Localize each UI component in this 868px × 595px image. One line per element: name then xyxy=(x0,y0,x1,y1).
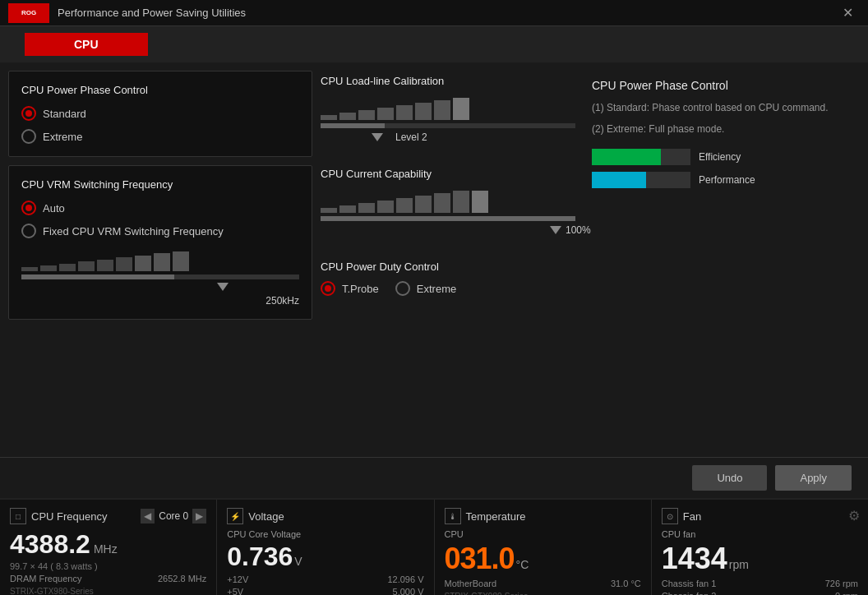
vrm-slider-value: 250kHz xyxy=(21,295,299,307)
v12-value: 12.096 V xyxy=(387,574,423,584)
radio-auto-label: Auto xyxy=(43,202,65,214)
current-cap-title: CPU Current Capability xyxy=(321,168,575,180)
temp-section: 🌡 Temperature CPU 031.0 °C MotherBoard 3… xyxy=(435,500,652,595)
radio-auto-circle xyxy=(21,201,36,215)
radio-standard[interactable]: Standard xyxy=(21,106,299,121)
radio-tprobe[interactable]: T.Probe xyxy=(321,281,379,296)
duty-control-section: CPU Power Duty Control T.Probe Extreme xyxy=(321,261,575,296)
power-phase-box: CPU Power Phase Control Standard Extreme xyxy=(8,71,312,157)
voltage-unit: V xyxy=(294,555,302,568)
power-phase-group: Standard Extreme xyxy=(21,106,299,144)
tick-9 xyxy=(173,251,189,271)
radio-extreme[interactable]: Extreme xyxy=(21,129,299,144)
status-bar: □ CPU Frequency ◀ Core 0 ▶ 4388.2 MHz 99… xyxy=(0,498,868,595)
fan-big-label: CPU fan xyxy=(662,529,858,539)
v12-row: +12V 12.096 V xyxy=(227,574,423,584)
radio-standard-label: Standard xyxy=(43,108,86,120)
vrm-tick-bars xyxy=(21,248,299,271)
legend-performance-fill xyxy=(592,172,646,188)
undo-button[interactable]: Undo xyxy=(692,465,767,491)
temp-big-row: 031.0 °C xyxy=(445,542,641,576)
chassis2-row: Chassis fan 2 0 rpm xyxy=(662,591,858,595)
llc-section: CPU Load-line Calibration Level 2 xyxy=(321,75,575,143)
temp-icon: 🌡 xyxy=(445,508,461,524)
mb-temp-value: 31.0 °C xyxy=(611,579,641,588)
dram-value: 2652.8 MHz xyxy=(158,574,206,583)
fan-unit: rpm xyxy=(729,558,749,571)
vrm-freq-title: CPU VRM Switching Frequency xyxy=(21,178,299,191)
radio-auto[interactable]: Auto xyxy=(21,201,299,215)
llc-slider-track[interactable] xyxy=(321,123,575,128)
current-cap-fill xyxy=(321,216,575,221)
llc-slider-fill xyxy=(321,123,385,128)
power-phase-title: CPU Power Phase Control xyxy=(21,84,299,96)
voltage-title: Voltage xyxy=(248,510,284,523)
action-bar: Undo Apply xyxy=(0,457,868,498)
cpu-freq-unit: MHz xyxy=(94,542,118,556)
radio-tprobe-label: T.Probe xyxy=(342,283,379,295)
tab-bar: CPU xyxy=(0,26,868,62)
voltage-header: ⚡ Voltage xyxy=(227,508,423,524)
close-button[interactable]: ✕ xyxy=(836,5,860,21)
temp-value: 031.0 xyxy=(445,542,515,576)
tick-1 xyxy=(21,267,38,271)
legend-efficiency: Efficiency xyxy=(592,149,852,165)
fan-section: ⊙ Fan CPU fan 1434 rpm Chassis fan 1 726… xyxy=(652,500,868,595)
cpu-freq-sub: 99.7 × 44 ( 8.3 watts ) xyxy=(10,561,206,571)
gear-icon[interactable]: ⚙ xyxy=(848,508,860,524)
v5-value: 5.000 V xyxy=(393,587,424,595)
cpu-freq-header: □ CPU Frequency ◀ Core 0 ▶ xyxy=(10,508,206,524)
cpu-freq-value: 4388.2 xyxy=(10,529,90,560)
legend-efficiency-fill xyxy=(592,149,661,165)
tick-8 xyxy=(154,253,170,271)
v5-row: +5V 5.000 V xyxy=(227,587,423,595)
vrm-slider-track[interactable] xyxy=(21,274,299,279)
gpu-device-label: STRIX-GTX980-Series xyxy=(10,587,206,595)
legend-performance-label: Performance xyxy=(699,174,755,186)
cpu-freq-title: CPU Frequency xyxy=(31,510,107,523)
temp-big-label: CPU xyxy=(445,529,641,539)
radio-duty-extreme-circle xyxy=(395,281,410,296)
tick-6 xyxy=(116,257,132,271)
radio-fixed[interactable]: Fixed CPU VRM Switching Frequency xyxy=(21,224,299,238)
dram-label: DRAM Frequency xyxy=(10,574,81,583)
tick-4 xyxy=(78,261,95,271)
middle-panel: CPU Load-line Calibration Level 2 CPU xyxy=(321,71,575,449)
v12-label: +12V xyxy=(227,574,248,584)
cpu-freq-icon: □ xyxy=(10,508,26,524)
mb-temp-label: MotherBoard xyxy=(445,579,497,588)
radio-extreme-label: Extreme xyxy=(43,131,82,143)
current-cap-track[interactable] xyxy=(321,216,575,221)
temp-header: 🌡 Temperature xyxy=(445,508,641,524)
llc-value: Level 2 xyxy=(395,131,427,143)
legend-performance-bar xyxy=(592,172,690,188)
dram-freq-row: DRAM Frequency 2652.8 MHz xyxy=(10,574,206,583)
voltage-big-row: 0.736 V xyxy=(227,542,423,572)
voltage-big-label: CPU Core Voltage xyxy=(227,529,423,539)
fan-header: ⊙ Fan xyxy=(662,508,858,524)
llc-title: CPU Load-line Calibration xyxy=(321,75,575,87)
chassis1-value: 726 rpm xyxy=(825,579,858,588)
chassis1-label: Chassis fan 1 xyxy=(662,579,717,588)
apply-button[interactable]: Apply xyxy=(775,465,852,491)
llc-tick-bars xyxy=(321,95,575,120)
voltage-value: 0.736 xyxy=(227,542,293,572)
current-cap-section: CPU Current Capability 100% xyxy=(321,168,575,236)
fan-big-row: 1434 rpm xyxy=(662,542,858,576)
fan-icon: ⊙ xyxy=(662,508,678,524)
cpu-freq-prev[interactable]: ◀ xyxy=(141,509,155,524)
current-cap-arrow-row: 100% xyxy=(321,224,575,236)
chassis1-row: Chassis fan 1 726 rpm xyxy=(662,579,858,588)
radio-duty-extreme[interactable]: Extreme xyxy=(395,281,456,296)
voltage-icon: ⚡ xyxy=(227,508,243,524)
cpu-freq-nav: ◀ Core 0 ▶ xyxy=(141,509,206,524)
mb-temp-row: MotherBoard 31.0 °C xyxy=(445,579,641,588)
voltage-section: ⚡ Voltage CPU Core Voltage 0.736 V +12V … xyxy=(217,500,434,595)
main-content: CPU Power Phase Control Standard Extreme… xyxy=(0,62,868,457)
legend-efficiency-label: Efficiency xyxy=(699,151,741,163)
cpu-freq-next[interactable]: ▶ xyxy=(192,509,206,524)
tab-cpu[interactable]: CPU xyxy=(25,33,148,56)
tick-7 xyxy=(135,256,151,271)
current-cap-thumb xyxy=(550,226,561,234)
vrm-slider-thumb xyxy=(217,283,229,291)
